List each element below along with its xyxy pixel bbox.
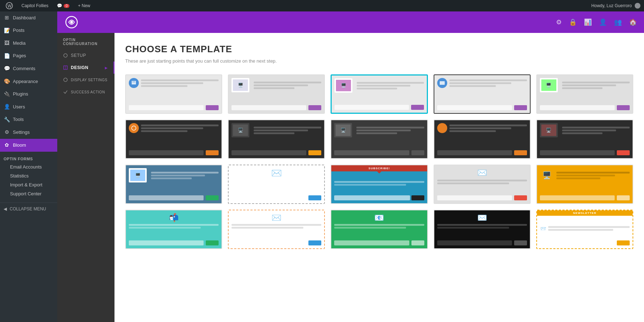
sidebar-label-pages: Pages — [13, 53, 26, 59]
template-card[interactable]: 🖥️ — [228, 74, 325, 114]
svg-text:W: W — [8, 4, 12, 9]
sidebar-label-comments: Comments — [13, 65, 35, 72]
site-name-item[interactable]: Capitol Follies — [19, 0, 50, 11]
svg-point-4 — [64, 54, 67, 57]
dashboard-icon: ⊞ — [4, 14, 10, 21]
template-card[interactable]: 📧 — [331, 210, 428, 249]
design-arrow: ▶ — [105, 66, 108, 70]
sidebar-sub-support[interactable]: Support Center — [0, 189, 57, 198]
header-gear-icon[interactable]: ⚙ — [556, 18, 562, 26]
card-monitor: 🖥️ — [540, 123, 558, 137]
collapse-menu-button[interactable]: ◀ COLLAPSE MENU — [0, 203, 57, 215]
wp-logo-item[interactable]: W — [4, 0, 15, 11]
config-item-display[interactable]: DISPLAY SETTINGS — [57, 74, 114, 86]
svg-rect-8 — [132, 81, 136, 84]
template-card[interactable] — [125, 74, 222, 114]
template-card-selected[interactable]: 🖥️ — [331, 74, 428, 114]
header-lock-icon[interactable]: 🔒 — [569, 18, 577, 26]
sidebar-sub-statistics[interactable]: Statistics — [0, 171, 57, 180]
monitor-yellow: 🖥️ — [540, 168, 554, 182]
card-monitor: 🖥️ — [540, 78, 558, 92]
plugin-header-icons: ⚙ 🔒 📊 👤 👥 🏠 — [556, 18, 637, 26]
card-icon — [437, 123, 447, 133]
sidebar-label-bloom: Bloom — [13, 142, 26, 148]
svg-point-11 — [132, 126, 136, 130]
card-icon — [129, 78, 139, 88]
sidebar-label-plugins: Plugins — [13, 91, 28, 97]
card-monitor: 🖥️ — [335, 78, 352, 93]
config-sidebar: OPTIN CONFIGURATION SETUP DESIGN ▶ DISPL… — [57, 33, 114, 322]
media-icon: 🖼 — [4, 40, 10, 47]
template-card-newsletter[interactable]: NEWSLETTER 📨 — [536, 210, 633, 249]
collapse-label: COLLAPSE MENU — [10, 206, 46, 211]
sidebar-item-media[interactable]: 🖼 Media — [0, 37, 57, 50]
sidebar-item-dashboard[interactable]: ⊞ Dashboard — [0, 11, 57, 24]
template-card[interactable] — [125, 119, 222, 159]
header-users-icon[interactable]: 👥 — [614, 18, 622, 26]
comments-icon: 💬 — [4, 65, 10, 72]
template-card[interactable]: 🖥️ — [331, 119, 428, 159]
appearance-icon: 🎨 — [4, 78, 10, 85]
sidebar-item-tools[interactable]: 🔧 Tools — [0, 113, 57, 126]
config-item-design[interactable]: DESIGN ▶ — [57, 62, 114, 74]
svg-point-7 — [64, 78, 67, 82]
collapse-icon: ◀ — [4, 206, 7, 211]
header-user-icon[interactable]: 👤 — [599, 18, 607, 26]
newsletter-label: NEWSLETTER — [537, 210, 633, 216]
config-sidebar-title: OPTIN CONFIGURATION — [57, 33, 114, 49]
template-card[interactable] — [434, 119, 531, 159]
comment-count: 0 — [64, 4, 69, 8]
card-monitor: 🖥️ — [231, 123, 249, 137]
svg-point-12 — [440, 126, 444, 130]
config-label-display: DISPLAY SETTINGS — [71, 78, 107, 82]
config-label-design: DESIGN — [71, 65, 88, 70]
template-card[interactable]: ✉️ — [228, 165, 325, 204]
header-chart-icon[interactable]: 📊 — [584, 18, 592, 26]
new-item[interactable]: + New — [76, 0, 92, 11]
config-item-setup[interactable]: SETUP — [57, 49, 114, 62]
sidebar-item-settings[interactable]: ⚙ Settings — [0, 126, 57, 139]
template-card[interactable]: 🖥️ — [536, 165, 633, 204]
newsletter-icon: 📨 — [540, 226, 546, 231]
sidebar-sub-section: Optin Forms Email Accounts Statistics Im… — [0, 152, 57, 200]
envelope-icon: ✉️ — [271, 168, 282, 178]
sidebar-label-users: Users — [13, 104, 25, 110]
sidebar-label-posts: Posts — [13, 27, 25, 34]
config-label-setup: SETUP — [71, 53, 86, 58]
sidebar-item-plugins[interactable]: 🔌 Plugins — [0, 88, 57, 101]
tools-icon: 🔧 — [4, 116, 10, 123]
svg-point-3 — [70, 21, 73, 23]
sidebar-item-bloom[interactable]: ✿ Bloom — [0, 139, 57, 152]
template-card[interactable] — [434, 74, 531, 114]
admin-bar-left: W Capitol Follies 💬 0 + New — [4, 0, 92, 11]
sidebar-item-users[interactable]: 👤 Users — [0, 101, 57, 113]
template-card[interactable]: 🖥️ — [536, 119, 633, 159]
template-title: CHOOSE A TEMPLATE — [125, 44, 633, 55]
admin-bar-right: Howdy, Luz Guerroro — [591, 3, 640, 9]
template-card[interactable]: ✉️ — [434, 210, 531, 249]
template-card[interactable]: 📬 — [125, 210, 222, 249]
new-label: + New — [78, 3, 90, 8]
envelope-dark: ✉️ — [477, 213, 487, 223]
pages-icon: 📄 — [4, 53, 10, 60]
template-card[interactable]: SUBSCRIBE! — [331, 165, 428, 204]
sidebar-item-pages[interactable]: 📄 Pages — [0, 50, 57, 63]
template-card[interactable]: 🖥️ — [536, 74, 633, 114]
plugin-logo — [64, 15, 79, 29]
svg-rect-10 — [440, 81, 445, 85]
config-item-success[interactable]: SUCCESS ACTION — [57, 86, 114, 98]
template-card[interactable]: 🖥️ — [125, 165, 222, 204]
sidebar-item-comments[interactable]: 💬 Comments — [0, 62, 57, 75]
comments-item[interactable]: 💬 0 — [55, 0, 72, 11]
template-card[interactable]: 🖥️ — [228, 119, 325, 159]
header-home-icon[interactable]: 🏠 — [629, 18, 637, 26]
sidebar-item-posts[interactable]: 📝 Posts — [0, 24, 57, 37]
main-wrapper: ⚙ 🔒 📊 👤 👥 🏠 OPTIN CONFIGURATION SETUP DE… — [57, 11, 644, 322]
sidebar-sub-email[interactable]: Email Accounts — [0, 162, 57, 171]
howdy-text: Howdy, Luz Guerroro — [591, 3, 632, 8]
template-card[interactable]: ✉️ — [228, 210, 325, 249]
sidebar-item-appearance[interactable]: 🎨 Appearance — [0, 75, 57, 88]
template-card[interactable]: ✉️ — [434, 165, 531, 204]
sidebar-sub-import[interactable]: Import & Export — [0, 180, 57, 189]
users-icon: 👤 — [4, 103, 10, 111]
